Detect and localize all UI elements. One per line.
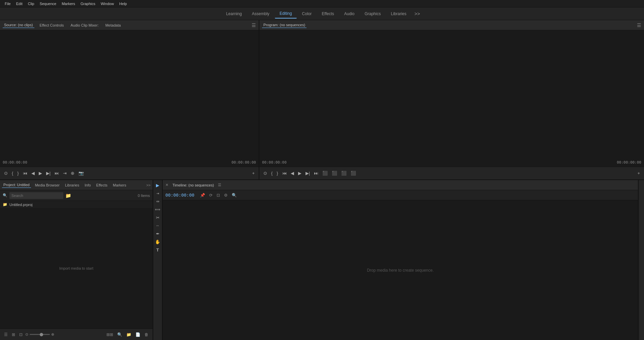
- source-panel-menu-button[interactable]: ☰: [252, 23, 256, 28]
- selection-tool-button[interactable]: ▶: [154, 181, 161, 189]
- project-find-button[interactable]: 🔍: [116, 332, 124, 338]
- program-step-back-button[interactable]: ◀: [289, 170, 295, 176]
- search-icon: 🔍: [3, 193, 7, 198]
- slip-tool-button[interactable]: ↔: [154, 222, 161, 229]
- source-play-button[interactable]: ▶: [37, 170, 43, 176]
- program-extract-button[interactable]: ⬛: [330, 170, 339, 176]
- source-mark-in-button[interactable]: {: [10, 170, 14, 176]
- effects-tab[interactable]: Effects: [95, 182, 109, 188]
- program-mark-out-button[interactable]: }: [275, 170, 279, 176]
- project-more-button[interactable]: >>: [146, 183, 151, 187]
- tab-libraries[interactable]: Libraries: [386, 9, 411, 18]
- zoom-handle[interactable]: [40, 333, 43, 336]
- pen-tool-button[interactable]: ✒: [154, 230, 161, 237]
- source-export-frame-button[interactable]: 📷: [77, 170, 85, 176]
- program-lift-button[interactable]: ⬛: [321, 170, 329, 176]
- source-step-forward-button[interactable]: ▶|: [45, 170, 52, 176]
- tab-effects[interactable]: Effects: [317, 9, 339, 18]
- timeline-settings-button[interactable]: ⚙: [223, 193, 229, 198]
- source-tab[interactable]: Source: (no clips): [3, 22, 34, 28]
- file-folder-icon: 📁: [3, 202, 7, 207]
- source-add-marker-button[interactable]: ⊙: [3, 170, 9, 176]
- project-freeform-view-button[interactable]: ⊡: [18, 332, 24, 338]
- hand-tool-button[interactable]: ✋: [154, 238, 161, 245]
- project-list-view-button[interactable]: ☰: [3, 332, 9, 338]
- menu-help[interactable]: Help: [117, 1, 130, 6]
- markers-tab[interactable]: Markers: [111, 182, 128, 188]
- ripple-edit-tool-button[interactable]: ⇔: [154, 198, 161, 205]
- zoom-slider[interactable]: [30, 334, 50, 335]
- program-step-forward-button[interactable]: ▶|: [304, 170, 311, 176]
- zoom-icon: ⊙: [25, 332, 28, 337]
- timeline-timecode: 00:00:00:00: [165, 193, 194, 198]
- project-storyboard-button[interactable]: ⊞⊞: [105, 332, 115, 338]
- program-add-panel-button[interactable]: +: [636, 170, 641, 176]
- menu-bar: File Edit Clip Sequence Markers Graphics…: [0, 0, 644, 7]
- menu-markers[interactable]: Markers: [59, 1, 78, 6]
- rolling-edit-tool-button[interactable]: ⟺: [154, 206, 161, 213]
- metadata-tab[interactable]: Metadata: [104, 23, 122, 28]
- project-content: Import media to start: [0, 208, 153, 329]
- source-go-to-out-button[interactable]: ⏭: [53, 170, 60, 176]
- source-timecode-left: 00:00:00:00: [3, 160, 27, 165]
- program-play-button[interactable]: ▶: [297, 170, 303, 176]
- effect-controls-tab[interactable]: Effect Controls: [38, 23, 65, 28]
- project-delete-button[interactable]: 🗑: [143, 332, 150, 338]
- source-overwrite-button[interactable]: ⊕: [69, 170, 76, 176]
- timeline-panel: ✕ Timeline: (no sequences) ☰ 00:00:00:00…: [163, 180, 638, 340]
- menu-edit[interactable]: Edit: [13, 1, 25, 6]
- timeline-menu-button[interactable]: ☰: [218, 183, 221, 187]
- razor-tool-button[interactable]: ✂: [154, 214, 161, 221]
- workspace-tabs: Learning Assembly Editing Color Effects …: [221, 9, 423, 19]
- timeline-tab[interactable]: Timeline: (no sequences): [171, 182, 215, 188]
- tab-graphics[interactable]: Graphics: [360, 9, 385, 18]
- source-go-to-in-button[interactable]: ⏮: [22, 170, 29, 176]
- source-insert-button[interactable]: ⇥: [62, 170, 68, 176]
- menu-clip[interactable]: Clip: [25, 1, 37, 6]
- timeline-add-marker-button[interactable]: ⊡: [216, 193, 221, 198]
- type-tool-button[interactable]: T: [154, 246, 161, 253]
- project-icon-view-button[interactable]: ⊞: [10, 332, 17, 338]
- program-tab[interactable]: Program: (no sequences): [262, 22, 307, 28]
- libraries-tab[interactable]: Libraries: [64, 182, 80, 188]
- timeline-linked-selection-button[interactable]: ⟳: [208, 193, 214, 198]
- source-mark-out-button[interactable]: }: [16, 170, 20, 176]
- media-browser-tab[interactable]: Media Browser: [34, 182, 61, 188]
- source-timecode-right: 00:00:00:00: [231, 160, 256, 165]
- program-panel-menu-button[interactable]: ☰: [637, 23, 641, 28]
- track-select-tool-button[interactable]: ⇥: [154, 190, 161, 197]
- program-go-to-in-button[interactable]: ⏮: [281, 170, 288, 176]
- program-export-frame-button[interactable]: ⬛: [340, 170, 348, 176]
- program-add-marker-button[interactable]: ⊙: [262, 170, 268, 176]
- menu-sequence[interactable]: Sequence: [37, 1, 59, 6]
- project-new-item-button[interactable]: 📄: [134, 332, 142, 338]
- project-new-bin-button[interactable]: 📁: [125, 332, 133, 338]
- program-mark-in-button[interactable]: {: [270, 170, 274, 176]
- project-tab[interactable]: Project: Untitled: [2, 182, 31, 188]
- timeline-snap-button[interactable]: 📌: [199, 193, 206, 198]
- timeline-close-button[interactable]: ✕: [165, 183, 168, 187]
- autofit-icon: ⊕: [51, 332, 54, 337]
- timeline-zoom-button[interactable]: 🔍: [231, 193, 238, 198]
- audio-clip-mixer-tab[interactable]: Audio Clip Mixer:: [69, 23, 100, 28]
- workspace-more-button[interactable]: >>: [412, 10, 423, 18]
- menu-graphics[interactable]: Graphics: [78, 1, 98, 6]
- tab-assembly[interactable]: Assembly: [247, 9, 274, 18]
- menu-file[interactable]: File: [2, 1, 13, 6]
- source-add-panel-button[interactable]: +: [251, 170, 256, 176]
- menu-window[interactable]: Window: [98, 1, 117, 6]
- tab-audio[interactable]: Audio: [340, 9, 359, 18]
- project-search-input[interactable]: [9, 192, 63, 199]
- tab-color[interactable]: Color: [297, 9, 317, 18]
- import-hint: Import media to start: [59, 266, 93, 270]
- source-transport-bar: ⊙ { } ⏮ ◀ ▶ ▶| ⏭ ⇥ ⊕ 📷 +: [0, 167, 259, 179]
- tab-editing[interactable]: Editing: [275, 9, 297, 19]
- source-step-back-button[interactable]: ◀: [30, 170, 36, 176]
- program-go-to-out-button[interactable]: ⏭: [313, 170, 320, 176]
- project-panel-tabs: Project: Untitled Media Browser Librarie…: [0, 180, 153, 190]
- top-row: Source: (no clips) Effect Controls Audio…: [0, 20, 644, 180]
- program-trim-button[interactable]: ⬛: [349, 170, 357, 176]
- program-timecode-right: 00:00:00:00: [617, 160, 641, 165]
- tab-learning[interactable]: Learning: [221, 9, 247, 18]
- info-tab[interactable]: Info: [83, 182, 92, 188]
